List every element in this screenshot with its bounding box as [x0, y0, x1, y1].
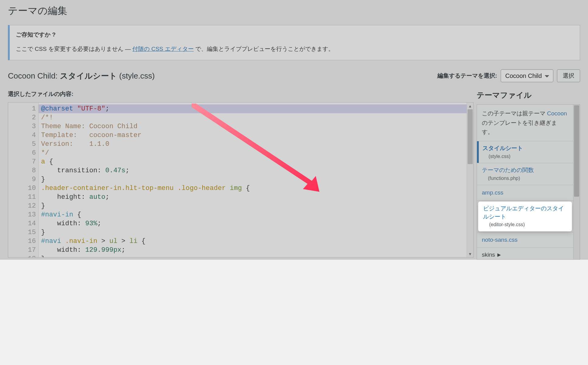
file-label: テーマのための関数 — [482, 167, 534, 173]
files-panel: この子テーマは親テーマ Cocoon のテンプレートを引き継ぎます。 スタイルシ… — [477, 104, 580, 260]
sidebar-title: テーマファイル — [477, 90, 580, 100]
scroll-thumb[interactable] — [468, 109, 473, 164]
file-name: (style.css) — [119, 71, 155, 80]
scroll-up-icon[interactable]: ▲ — [467, 103, 473, 109]
line-gutter: 123456789101112131415161718 — [8, 103, 39, 257]
folder-label: skins — [482, 251, 495, 258]
notice-title: ご存知ですか ? — [16, 31, 574, 39]
file-item[interactable]: amp.css — [477, 185, 573, 201]
file-label: amp.css — [482, 189, 503, 196]
content-label: 選択したファイルの内容: — [8, 90, 474, 98]
file-label: スタイルシート — [482, 145, 523, 151]
code-area[interactable]: @charset "UTF-8";/*!Theme Name: Cocoon C… — [39, 103, 467, 257]
file-sub: (editor-style.css) — [483, 221, 567, 228]
select-button[interactable]: 選択 — [557, 69, 580, 82]
parent-note-after: のテンプレートを引き継ぎます。 — [482, 120, 557, 135]
notice-body: ここで CSS を変更する必要はありません — 付随の CSS エディター で、… — [16, 44, 574, 54]
file-item[interactable]: skins▶ — [477, 248, 573, 259]
css-editor-link[interactable]: 付随の CSS エディター — [132, 46, 194, 52]
theme-name: Cocoon Child: — [8, 71, 57, 80]
file-label: スタイルシート — [60, 71, 117, 80]
code-editor[interactable]: 123456789101112131415161718 @charset "UT… — [8, 102, 474, 258]
file-item[interactable]: スタイルシート(style.css) — [477, 141, 573, 163]
editor-scrollbar[interactable]: ▲ ▼ — [467, 103, 473, 257]
file-item[interactable]: noto-sans.css — [477, 232, 573, 248]
scroll-down-icon[interactable]: ▼ — [467, 251, 473, 257]
file-item[interactable]: テーマのための関数(functions.php) — [477, 163, 573, 185]
parent-theme-note: この子テーマは親テーマ Cocoon のテンプレートを引き継ぎます。 — [477, 105, 573, 141]
notice-text-after: で、編集とライブプレビューを行うことができます。 — [194, 46, 334, 52]
chevron-right-icon: ▶ — [497, 251, 501, 258]
parent-theme-link[interactable]: Cocoon — [547, 110, 567, 117]
file-heading: Cocoon Child: スタイルシート (style.css) — [8, 71, 155, 81]
theme-select[interactable]: Cocoon Child — [501, 69, 553, 82]
info-notice: ご存知ですか ? ここで CSS を変更する必要はありません — 付随の CSS… — [8, 25, 580, 60]
file-sub: (style.css) — [482, 153, 568, 160]
notice-text-before: ここで CSS を変更する必要はありません — — [16, 46, 132, 52]
file-item[interactable]: ビジュアルエディターのスタイルシート(editor-style.css) — [478, 202, 572, 231]
files-scroll-thumb[interactable] — [574, 105, 579, 197]
theme-select-label: 編集するテーマを選択: — [437, 72, 497, 80]
files-scrollbar[interactable] — [573, 105, 580, 259]
page-title: テーマの編集 — [8, 0, 580, 23]
file-label: noto-sans.css — [482, 237, 517, 243]
file-list: スタイルシート(style.css)テーマのための関数(functions.ph… — [477, 141, 573, 259]
theme-selector-group: 編集するテーマを選択: Cocoon Child 選択 — [437, 69, 580, 82]
file-sub: (functions.php) — [482, 175, 568, 182]
parent-note-before: この子テーマは親テーマ — [482, 110, 547, 117]
file-header-row: Cocoon Child: スタイルシート (style.css) 編集するテー… — [8, 69, 580, 82]
file-label: ビジュアルエディターのスタイルシート — [483, 205, 564, 220]
